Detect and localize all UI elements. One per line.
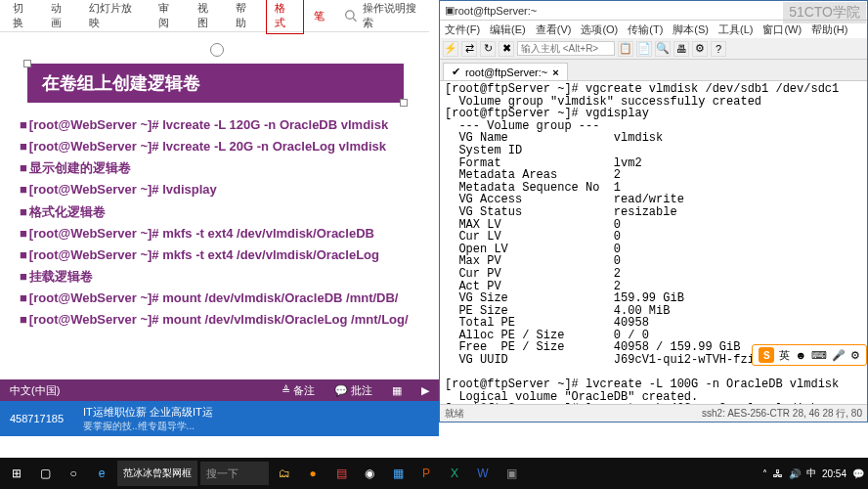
ribbon-tab[interactable]: 切换 <box>5 0 41 33</box>
word-icon[interactable]: W <box>470 461 496 486</box>
terminal-tabstrip: ✔ root@ftpServer:~ × <box>440 60 867 81</box>
taskview-icon[interactable]: ▢ <box>32 461 58 486</box>
menu-edit[interactable]: 编辑(E) <box>490 22 526 37</box>
ime-emoji-icon[interactable]: ☻ <box>795 349 806 361</box>
taskbar-search[interactable]: 搜一下 <box>200 462 269 485</box>
terminal-statusbar: 就绪 ssh2: AES-256-CTR 28, 46 28 行, 80 <box>440 404 867 422</box>
view-normal-icon[interactable]: ▦ <box>392 384 402 397</box>
watermark: 51CTO学院 <box>783 2 866 23</box>
slide-line: [root@WebServer ~]# lvcreate -L 20G -n O… <box>20 137 425 156</box>
menu-file[interactable]: 文件(F) <box>445 22 480 37</box>
ime-tray-icon[interactable]: 中 <box>806 467 816 480</box>
quick-connect-icon[interactable]: ⇄ <box>461 41 477 57</box>
status-left: 就绪 <box>445 407 464 421</box>
paste-icon[interactable]: 📄 <box>636 41 652 57</box>
network-icon[interactable]: 🖧 <box>773 468 783 479</box>
disconnect-icon[interactable]: ✖ <box>499 41 514 57</box>
ribbon-tab[interactable]: 动画 <box>43 0 79 33</box>
tray-up-icon[interactable]: ˄ <box>762 468 767 479</box>
terminal-title: root@ftpServer:~ <box>455 5 537 17</box>
ppt-statusbar: 中文(中国) ≜ 备注 💬 批注 ▦ ▶ <box>0 379 439 401</box>
menu-script[interactable]: 脚本(S) <box>673 22 709 37</box>
vmware-icon[interactable]: ▦ <box>385 461 411 486</box>
ribbon-tab[interactable]: 幻灯片放映 <box>81 0 149 33</box>
ribbon-tab-format[interactable]: 格式 <box>266 0 304 34</box>
sogou-logo-icon: S <box>759 347 774 363</box>
pdf-icon[interactable]: ▤ <box>328 461 354 486</box>
find-icon[interactable]: 🔍 <box>655 41 671 57</box>
terminal-tab[interactable]: ✔ root@ftpServer:~ × <box>443 63 568 80</box>
slide-line: [root@WebServer ~]# mkfs -t ext4 /dev/vl… <box>20 245 425 265</box>
ribbon-tab[interactable]: 帮助 <box>228 0 264 33</box>
view-slideshow-icon[interactable]: ▶ <box>421 384 429 397</box>
slide-line: [root@WebServer ~]# mount /dev/vlmdisk/O… <box>20 289 425 308</box>
ime-mic-icon[interactable]: 🎤 <box>832 349 846 362</box>
app-label[interactable]: 范冰冰曾梨网框 <box>117 461 197 486</box>
tell-me-area[interactable]: 操作说明搜索 <box>344 1 424 30</box>
menu-help[interactable]: 帮助(H) <box>811 22 847 37</box>
taskbar-clock[interactable]: 20:54 <box>822 468 846 479</box>
settings-icon[interactable]: ⚙ <box>692 41 708 57</box>
course-id: 458717185 <box>10 413 64 424</box>
cortana-icon[interactable]: ○ <box>61 461 86 486</box>
notes-button[interactable]: ≜ 备注 <box>282 383 315 398</box>
menu-view[interactable]: 查看(V) <box>536 22 572 37</box>
slide-line: [root@WebServer ~]# mkfs -t ext4 /dev/vl… <box>20 224 425 244</box>
slide-line: [root@WebServer ~]# lvcreate -L 120G -n … <box>20 115 425 135</box>
slide-line: 显示创建的逻辑卷 <box>20 158 425 178</box>
svg-point-0 <box>346 11 354 19</box>
comments-button[interactable]: 💬 批注 <box>334 383 372 398</box>
system-tray: ˄ 🖧 🔊 中 20:54 💬 <box>762 467 864 480</box>
app-icon[interactable]: ● <box>300 461 326 486</box>
notifications-icon[interactable]: 💬 <box>852 468 864 479</box>
print-icon[interactable]: 🖶 <box>673 41 689 57</box>
ppt-ribbon: 切换 动画 幻灯片放映 审阅 视图 帮助 格式 笔 操作说明搜索 <box>0 0 429 32</box>
ime-bubble[interactable]: S 英 ☻ ⌨ 🎤 ⚙ <box>752 344 867 366</box>
terminal-toolbar: ⚡ ⇄ ↻ ✖ 📋 📄 🔍 🖶 ⚙ ? <box>440 38 867 60</box>
ribbon-tab-pen[interactable]: 笔 <box>306 6 332 26</box>
host-input[interactable] <box>517 41 615 56</box>
powerpoint-icon[interactable]: P <box>413 461 439 486</box>
slide-line: [root@WebServer ~]# lvdisplay <box>20 180 425 200</box>
rotation-handle-icon[interactable] <box>210 43 224 57</box>
menu-options[interactable]: 选项(O) <box>581 22 618 37</box>
search-icon <box>344 9 357 22</box>
menu-tools[interactable]: 工具(L) <box>718 22 753 37</box>
close-tab-icon[interactable]: × <box>552 67 558 78</box>
copy-icon[interactable]: 📋 <box>618 41 633 57</box>
tell-me-label: 操作说明搜索 <box>363 1 424 30</box>
ie-icon[interactable]: e <box>89 461 114 486</box>
slide-line: [root@WebServer ~]# mount /dev/vlmdisk/O… <box>20 310 425 330</box>
ribbon-tab[interactable]: 审阅 <box>151 0 187 33</box>
volume-icon[interactable]: 🔊 <box>789 468 801 479</box>
reconnect-icon[interactable]: ↻ <box>480 41 496 57</box>
svg-line-1 <box>353 19 356 22</box>
start-button[interactable]: ⊞ <box>4 461 29 486</box>
status-right: ssh2: AES-256-CTR 28, 46 28 行, 80 <box>702 407 862 421</box>
excel-icon[interactable]: X <box>442 461 467 486</box>
ime-keyboard-icon[interactable]: ⌨ <box>811 349 827 362</box>
course-title: IT运维职位薪 企业高级IT运 <box>83 405 213 420</box>
ime-settings-icon[interactable]: ⚙ <box>850 349 860 362</box>
slide-line: 格式化逻辑卷 <box>20 202 425 222</box>
related-courses-strip[interactable]: 458717185 IT运维职位薪 企业高级IT运 要掌握的技..维专题导学..… <box>0 401 439 436</box>
chrome-icon[interactable]: ◉ <box>357 461 382 486</box>
explorer-icon[interactable]: 🗂 <box>272 461 297 486</box>
windows-taskbar: ⊞ ▢ ○ e 范冰冰曾梨网框 搜一下 🗂 ● ▤ ◉ ▦ P X W ▣ ˄ … <box>0 458 868 489</box>
slide-line: 挂载逻辑卷 <box>20 267 425 287</box>
slide-title[interactable]: 在卷组上创建逻辑卷 <box>27 64 404 103</box>
tab-bullet-icon: ✔ <box>452 66 460 78</box>
tab-label: root@ftpServer:~ <box>465 67 547 78</box>
connect-icon[interactable]: ⚡ <box>443 41 458 57</box>
terminal-title-icon: ▣ <box>445 4 455 17</box>
lang-indicator[interactable]: 中文(中国) <box>10 383 60 398</box>
slide-body[interactable]: [root@WebServer ~]# lvcreate -L 120G -n … <box>20 115 425 332</box>
course-sub: 要掌握的技..维专题导学... <box>83 420 213 433</box>
help-icon[interactable]: ? <box>711 41 726 57</box>
secure-crt-icon[interactable]: ▣ <box>499 461 524 486</box>
ribbon-tab[interactable]: 视图 <box>190 0 226 33</box>
menu-transfer[interactable]: 传输(T) <box>628 22 663 37</box>
ime-mode[interactable]: 英 <box>779 348 790 363</box>
menu-window[interactable]: 窗口(W) <box>762 22 802 37</box>
